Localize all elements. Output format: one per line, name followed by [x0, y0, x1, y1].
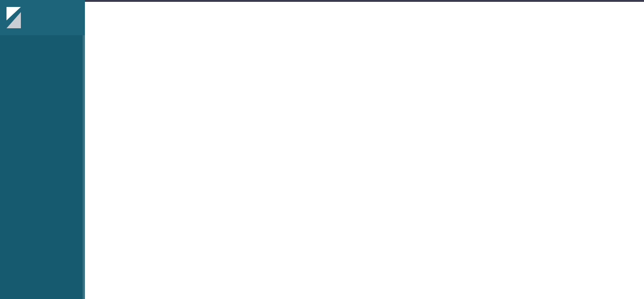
sidebar-scrollbar[interactable] [83, 35, 85, 299]
sidebar [0, 0, 85, 299]
kibana-logo[interactable] [0, 0, 85, 35]
kibana-logo-icon [6, 7, 21, 28]
charts-canvas [0, 0, 644, 299]
kibana-dashboard [0, 0, 644, 299]
